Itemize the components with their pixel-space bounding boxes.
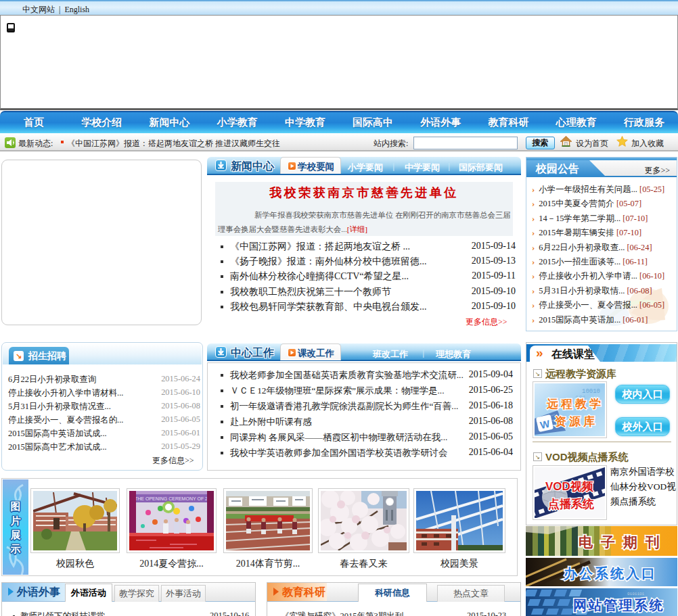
svg-text:THE OPENING CEREMONY OF 2015: THE OPENING CEREMONY OF 2015 [135, 496, 214, 501]
svg-text:VOD视频: VOD视频 [545, 480, 594, 493]
svg-text:远程教学: 远程教学 [546, 398, 604, 410]
svg-text:电子期刊: 电子期刊 [579, 534, 668, 550]
svg-text:点播系统: 点播系统 [548, 498, 594, 511]
svg-text:0101101: 0101101 [627, 592, 645, 596]
svg-text:办公系统入口: 办公系统入口 [563, 566, 657, 581]
svg-text:资源库: 资源库 [555, 414, 597, 428]
svg-text:网站管理系统: 网站管理系统 [573, 598, 664, 613]
svg-text:10010: 10010 [582, 388, 600, 395]
